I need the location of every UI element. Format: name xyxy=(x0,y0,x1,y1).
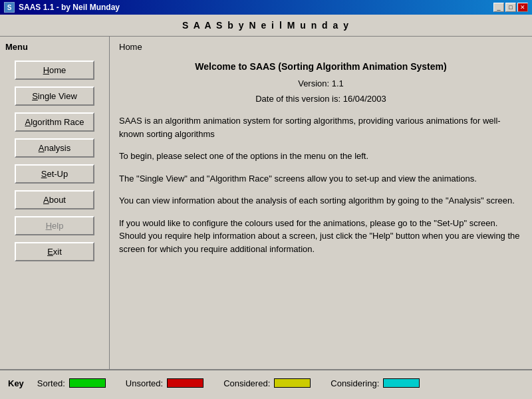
algorithm-race-button[interactable]: Algorithm Race xyxy=(15,112,94,132)
paragraph-2: To begin, please select one of the optio… xyxy=(119,150,523,163)
paragraph-1: SAAS is an algorithm animation system fo… xyxy=(119,114,523,140)
content-version: Version: 1.1 xyxy=(119,78,523,88)
considering-color-block xyxy=(383,378,420,388)
unsorted-label: Unsorted: xyxy=(126,378,163,388)
home-button[interactable]: Home xyxy=(15,61,94,80)
considering-key: Considering: xyxy=(331,378,420,388)
sidebar: Menu Home Single View Algorithm Race Ana… xyxy=(0,37,110,369)
app-title: S A A S b y N e i l M u n d a y xyxy=(182,20,350,31)
paragraph-4: You can view information about the analy… xyxy=(119,194,523,207)
considered-label: Considered: xyxy=(223,378,270,388)
analysis-button[interactable]: Analysis xyxy=(15,138,94,158)
paragraph-5: If you would like to configure the colou… xyxy=(119,217,523,256)
content-body: SAAS is an algorithm animation system fo… xyxy=(119,114,523,255)
window-controls: _ □ ✕ xyxy=(493,3,528,12)
key-label: Key xyxy=(8,378,24,388)
single-view-button[interactable]: Single View xyxy=(15,86,94,106)
close-button[interactable]: ✕ xyxy=(517,3,528,12)
exit-button[interactable]: Exit xyxy=(15,242,94,261)
maximize-button[interactable]: □ xyxy=(505,3,516,12)
setup-button[interactable]: Set-Up xyxy=(15,164,94,184)
paragraph-3: The "Single View" and "Algorithm Race" s… xyxy=(119,172,523,186)
minimize-button[interactable]: _ xyxy=(493,3,504,12)
window-title: SAAS 1.1 - by Neil Munday xyxy=(19,3,120,12)
content-title: Welcome to SAAS (Sorting Algorithm Anima… xyxy=(119,61,523,72)
sorted-color-block xyxy=(69,378,106,388)
sorted-key: Sorted: xyxy=(37,378,106,388)
unsorted-key: Unsorted: xyxy=(126,378,203,388)
about-button[interactable]: About xyxy=(15,190,94,209)
content-date: Date of this version is: 16/04/2003 xyxy=(119,94,523,104)
unsorted-color-block xyxy=(167,378,203,388)
main-container: Menu Home Single View Algorithm Race Ana… xyxy=(0,37,532,369)
considering-label: Considering: xyxy=(331,378,379,388)
sorted-label: Sorted: xyxy=(37,378,65,388)
title-bar: S SAAS 1.1 - by Neil Munday _ □ ✕ xyxy=(0,0,532,15)
considered-color-block xyxy=(274,378,311,388)
menu-label: Menu xyxy=(5,42,104,52)
app-header: S A A S b y N e i l M u n d a y xyxy=(0,15,532,37)
help-button[interactable]: Help xyxy=(15,216,94,235)
app-icon: S xyxy=(4,2,15,13)
status-bar: Key Sorted: Unsorted: Considered: Consid… xyxy=(0,369,532,396)
content-area: Home Welcome to SAAS (Sorting Algorithm … xyxy=(110,37,532,369)
considered-key: Considered: xyxy=(223,378,311,388)
breadcrumb: Home xyxy=(119,42,523,52)
